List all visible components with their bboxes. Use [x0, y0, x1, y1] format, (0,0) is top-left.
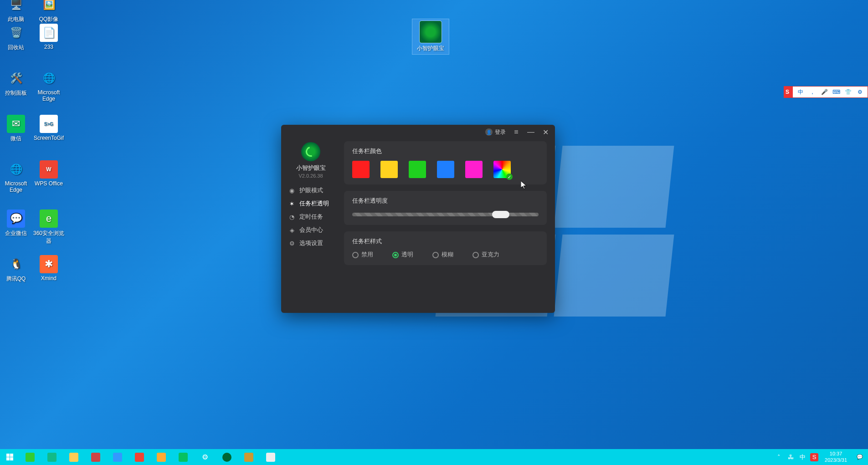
desktop-icon-ent-wechat[interactable]: 💬 企业微信 [0, 210, 32, 237]
xmind-icon: ✱ [40, 255, 58, 273]
qq-icon: 🐧 [7, 255, 25, 273]
desktop-icon-qq-image[interactable]: 🖼️ QQ影像 [33, 0, 65, 23]
taskbar-app-wps[interactable] [128, 449, 150, 465]
taskbar-app-folder[interactable] [150, 449, 172, 465]
desktop-icon-app-shortcut[interactable]: 小智护眼宝 [412, 19, 449, 54]
swatch-green[interactable] [409, 161, 426, 178]
swatch-red[interactable] [352, 161, 370, 178]
nav-label: 任务栏透明 [299, 200, 329, 208]
label: QQ影像 [33, 15, 65, 23]
titlebar[interactable]: 👤 登录 ≡ — ✕ [281, 125, 555, 139]
taskbar-app-unknown2[interactable] [107, 449, 128, 465]
swatch-yellow[interactable] [380, 161, 398, 178]
notification-icon: 💬 [857, 454, 863, 460]
taskbar-app-wechat[interactable] [172, 449, 194, 465]
taskbar-app-eye[interactable] [216, 449, 238, 465]
desktop-icon-wps[interactable]: W WPS Office [33, 160, 65, 187]
ime-toolbar[interactable]: S 中 ， 🎤 ⌨ 👕 ⚙ [784, 86, 868, 98]
desktop-icon-233[interactable]: 📄 233 [33, 24, 65, 50]
menu-button[interactable]: ≡ [509, 126, 523, 138]
panel-taskbar-style: 任务栏样式 禁用 透明 模糊 [344, 231, 547, 265]
panel-title: 任务栏透明度 [352, 197, 539, 205]
nav-member[interactable]: ◈ 会员中心 [281, 224, 340, 237]
tray-clock[interactable]: 10:37 2023/3/31 [822, 451, 850, 463]
panel-title: 任务栏样式 [352, 238, 539, 245]
wechat-icon: ✉ [7, 115, 25, 133]
sparkle-icon: ✶ [288, 200, 295, 207]
tray-sogou-icon[interactable]: S [810, 453, 818, 461]
ime-tool-icon[interactable]: ⚙ [856, 88, 864, 96]
radio-icon [473, 252, 479, 258]
edge-icon: 🌐 [40, 69, 58, 87]
start-button[interactable] [0, 449, 19, 465]
label: 微信 [0, 135, 32, 143]
nav-timer[interactable]: ◔ 定时任务 [281, 210, 340, 224]
ime-keyboard-icon[interactable]: ⌨ [832, 88, 840, 96]
label: 360安全浏览器 [33, 230, 65, 245]
taskbar-app-unknown4[interactable] [260, 449, 282, 465]
swatch-blue[interactable] [437, 161, 454, 178]
radio-blur[interactable]: 模糊 [432, 251, 453, 259]
slider-thumb[interactable] [492, 211, 509, 218]
windows-icon [6, 454, 13, 460]
label: 小智护眼宝 [414, 45, 447, 52]
tray-network-icon[interactable]: 🖧 [786, 453, 795, 461]
close-button[interactable]: ✕ [539, 126, 552, 138]
ime-mic-icon[interactable]: 🎤 [820, 88, 828, 96]
ime-punct[interactable]: ， [808, 88, 817, 96]
desktop-icon-qq[interactable]: 🐧 腾讯QQ [0, 255, 32, 283]
label: 此电脑 [0, 15, 32, 23]
taskbar-app-settings[interactable]: ⚙ [194, 449, 216, 465]
panel-taskbar-color: 任务栏颜色 ✓ [344, 141, 547, 184]
close-icon: ✕ [543, 128, 549, 137]
nav-taskbar-transparent[interactable]: ✶ 任务栏透明 [281, 197, 340, 210]
app-window: 👤 登录 ≡ — ✕ 小智护眼宝 V2.0.26.38 ◉ 护眼模式 ✶ 任务栏… [281, 125, 555, 313]
nav-eye-mode[interactable]: ◉ 护眼模式 [281, 184, 340, 197]
opacity-slider[interactable] [352, 210, 539, 219]
color-swatches: ✓ [352, 161, 539, 178]
ime-skin-icon[interactable]: 👕 [844, 88, 852, 96]
screentogif-icon: S>G [40, 115, 58, 133]
desktop-icon-360[interactable]: e 360安全浏览器 [33, 210, 65, 245]
label: Microsoft Edge [33, 89, 65, 102]
app-version: V2.0.26.38 [281, 173, 340, 179]
desktop-icon-recycle[interactable]: 🗑️ 回收站 [0, 24, 32, 51]
login-button[interactable]: 👤 登录 [485, 128, 506, 136]
panel-title: 任务栏颜色 [352, 148, 539, 155]
desktop-icon-edge1[interactable]: 🌐 Microsoft Edge [33, 69, 65, 102]
tray-chevron[interactable]: ˄ [775, 453, 783, 461]
taskbar-app-unknown1[interactable] [85, 449, 107, 465]
desktop-icon-xmind[interactable]: ✱ Xmind [33, 255, 65, 281]
radio-transparent[interactable]: 透明 [392, 251, 413, 259]
label: 233 [33, 44, 65, 50]
nav-options[interactable]: ⚙ 选项设置 [281, 237, 340, 250]
recycle-icon: 🗑️ [7, 24, 25, 42]
swatch-magenta[interactable] [465, 161, 483, 178]
taskbar-app-explorer[interactable] [63, 449, 85, 465]
check-icon: ✓ [506, 174, 513, 180]
taskbar-app-edge[interactable] [41, 449, 63, 465]
notifications-button[interactable]: 💬 [853, 449, 866, 465]
desktop-icon-this-pc[interactable]: 🖥️ 此电脑 [0, 0, 32, 23]
desktop-icon-control-panel[interactable]: 🛠️ 控制面板 [0, 69, 32, 97]
swatch-custom[interactable]: ✓ [493, 161, 511, 178]
tray-ime[interactable]: 中 [798, 453, 806, 461]
nav-label: 会员中心 [299, 226, 323, 234]
label: 回收站 [0, 44, 32, 51]
taskbar-app-unknown3[interactable] [238, 449, 260, 465]
browser360-icon [26, 453, 35, 462]
pc-icon: 🖥️ [7, 0, 25, 14]
brand: 小智护眼宝 V2.0.26.38 [281, 142, 340, 179]
label: ScreenToGif [33, 135, 65, 141]
desktop-icon-screentogif[interactable]: S>G ScreenToGif [33, 115, 65, 141]
desktop-icon-wechat[interactable]: ✉ 微信 [0, 115, 32, 143]
ime-lang[interactable]: 中 [796, 88, 805, 96]
radio-disable[interactable]: 禁用 [352, 251, 373, 259]
nav-label: 护眼模式 [299, 187, 323, 194]
radio-acrylic[interactable]: 亚克力 [473, 251, 499, 259]
eye-icon: ◉ [288, 187, 295, 194]
minimize-button[interactable]: — [524, 126, 538, 138]
app-logo-icon [301, 142, 320, 161]
desktop-icon-edge2[interactable]: 🌐 Microsoft Edge [0, 160, 32, 193]
taskbar-app-360[interactable] [19, 449, 41, 465]
